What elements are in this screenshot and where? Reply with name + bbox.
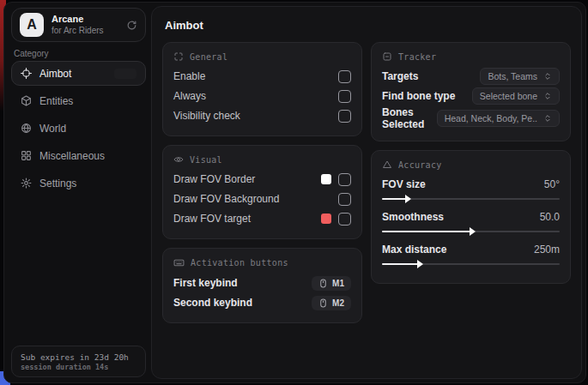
tracker-card: Tracker Targets Bots, Teams bbox=[371, 42, 571, 141]
setting-row: Targets Bots, Teams bbox=[382, 67, 560, 86]
fov-target-checkbox[interactable] bbox=[338, 213, 351, 226]
sidebar-item-label: Entities bbox=[39, 95, 73, 107]
setting-row: Max distance 250m bbox=[382, 240, 560, 259]
setting-row: Bones Selected Head, Neck, Body, Pe.. bbox=[382, 106, 560, 130]
enable-checkbox[interactable] bbox=[338, 70, 351, 83]
sidebar-item-miscellaneous[interactable]: Miscellaneous bbox=[11, 143, 146, 168]
gear-icon bbox=[21, 177, 32, 189]
refresh-icon[interactable] bbox=[126, 20, 137, 31]
sidebar-item-label: Aimbot bbox=[39, 68, 71, 80]
card-title: Visual bbox=[190, 155, 222, 165]
bone-type-select[interactable]: Selected bone bbox=[472, 87, 560, 105]
setting-label: Second keybind bbox=[173, 297, 252, 309]
keybind-button-m2[interactable]: M2 bbox=[312, 296, 351, 310]
setting-label: Draw FOV target bbox=[173, 213, 251, 225]
chevrons-up-down-icon bbox=[543, 114, 552, 123]
setting-label: Visibility check bbox=[173, 110, 240, 122]
sidebar-item-entities[interactable]: Entities bbox=[11, 88, 146, 113]
setting-label: First keybind bbox=[173, 277, 238, 289]
sidebar-nav: Aimbot Entities World bbox=[11, 61, 146, 196]
app-subtitle: for Arc Riders bbox=[52, 26, 118, 37]
sidebar-item-label: Miscellaneous bbox=[39, 150, 105, 162]
max-distance-value: 250m bbox=[534, 244, 560, 256]
activation-card: Activation buttons First keybind bbox=[162, 248, 362, 323]
logo-card: A Arcane for Arc Riders bbox=[11, 8, 146, 42]
sidebar-item-world[interactable]: World bbox=[11, 116, 146, 141]
visual-card: Visual Draw FOV Border Draw FOV Backgrou… bbox=[162, 145, 362, 239]
card-title: Accuracy bbox=[398, 160, 442, 170]
fov-background-checkbox[interactable] bbox=[338, 193, 351, 206]
crosshair-icon bbox=[21, 68, 32, 79]
eye-icon bbox=[173, 154, 184, 165]
app-window: A Arcane for Arc Riders Category Aimbot bbox=[3, 2, 586, 383]
setting-row: Visibility check bbox=[173, 106, 351, 125]
slider-thumb[interactable] bbox=[405, 195, 411, 203]
chevrons-up-down-icon bbox=[543, 72, 552, 81]
setting-label: Bones Selected bbox=[382, 106, 437, 130]
color-swatch[interactable] bbox=[321, 174, 331, 184]
setting-label: Max distance bbox=[382, 244, 446, 256]
setting-label: Draw FOV Border bbox=[173, 173, 255, 185]
fov-size-slider[interactable] bbox=[382, 198, 560, 200]
setting-label: FOV size bbox=[382, 178, 426, 190]
setting-label: Always bbox=[173, 90, 206, 102]
keybind-button-m1[interactable]: M1 bbox=[312, 276, 351, 291]
minus-square-icon bbox=[382, 51, 392, 62]
slider-thumb[interactable] bbox=[417, 260, 423, 268]
max-distance-slider[interactable] bbox=[382, 263, 560, 265]
card-title: General bbox=[190, 52, 227, 62]
setting-label: Targets bbox=[382, 70, 418, 82]
setting-row: Draw FOV Border bbox=[173, 170, 351, 189]
general-card: General Enable Always Visibility check bbox=[162, 42, 362, 136]
sidebar: A Arcane for Arc Riders Category Aimbot bbox=[4, 3, 151, 382]
nav-key-badge bbox=[114, 69, 136, 79]
select-value: Head, Neck, Body, Pe.. bbox=[445, 113, 537, 123]
main-panel: Aimbot General Enable bbox=[151, 6, 582, 379]
sidebar-item-settings[interactable]: Settings bbox=[11, 171, 146, 196]
sidebar-item-aimbot[interactable]: Aimbot bbox=[11, 61, 146, 86]
sidebar-item-label: World bbox=[39, 123, 66, 135]
color-swatch[interactable] bbox=[321, 214, 331, 224]
scan-icon bbox=[173, 51, 184, 62]
triangle-icon bbox=[382, 159, 392, 170]
setting-label: Enable bbox=[173, 70, 205, 82]
setting-row: FOV size 50° bbox=[382, 175, 560, 194]
targets-select[interactable]: Bots, Teams bbox=[480, 68, 560, 85]
cube-icon bbox=[21, 95, 32, 106]
setting-row: Second keybind M2 bbox=[173, 293, 351, 312]
fov-border-checkbox[interactable] bbox=[338, 173, 351, 186]
keybind-value: M2 bbox=[332, 298, 344, 308]
subscription-card: Sub expires in 23d 20h session duration … bbox=[11, 346, 146, 377]
setting-row: Find bone type Selected bone bbox=[382, 87, 560, 105]
app-name: Arcane bbox=[52, 14, 118, 26]
mouse-icon bbox=[318, 279, 328, 288]
session-duration-text: session duration 14s bbox=[21, 363, 136, 371]
smoothness-slider[interactable] bbox=[382, 231, 560, 232]
accuracy-card: Accuracy FOV size 50° Smoothness bbox=[371, 150, 571, 284]
grid-icon bbox=[21, 150, 32, 161]
setting-row: Draw FOV target bbox=[173, 209, 351, 228]
setting-row: Always bbox=[173, 87, 351, 105]
bones-selected-select[interactable]: Head, Neck, Body, Pe.. bbox=[437, 110, 560, 127]
category-label: Category bbox=[14, 49, 49, 58]
select-value: Selected bone bbox=[480, 91, 537, 101]
setting-label: Draw FOV Background bbox=[173, 193, 279, 205]
chevrons-up-down-icon bbox=[543, 92, 552, 100]
card-title: Activation buttons bbox=[191, 258, 288, 268]
setting-row: Enable bbox=[173, 67, 351, 86]
setting-label: Smoothness bbox=[382, 211, 444, 223]
sidebar-item-label: Settings bbox=[39, 177, 76, 189]
page-title: Aimbot bbox=[165, 19, 571, 32]
setting-row: Draw FOV Background bbox=[173, 189, 351, 208]
visibility-check-checkbox[interactable] bbox=[338, 110, 351, 123]
globe-icon bbox=[21, 123, 32, 134]
slider-thumb[interactable] bbox=[470, 227, 476, 236]
fov-size-value: 50° bbox=[544, 178, 560, 190]
smoothness-value: 50.0 bbox=[540, 211, 560, 223]
keyboard-icon bbox=[173, 257, 185, 268]
setting-label: Find bone type bbox=[382, 90, 455, 102]
setting-row: First keybind M1 bbox=[173, 274, 351, 292]
mouse-icon bbox=[318, 298, 328, 308]
card-title: Tracker bbox=[398, 52, 436, 62]
always-checkbox[interactable] bbox=[338, 90, 351, 103]
